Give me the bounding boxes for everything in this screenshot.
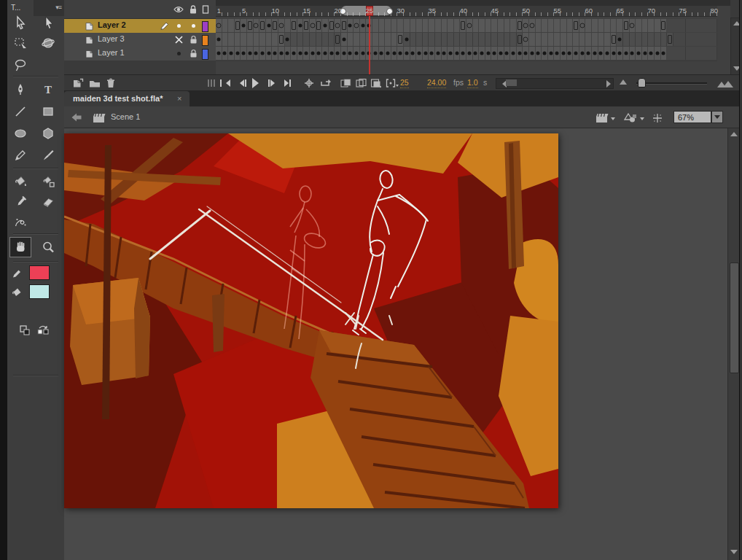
frame-cell[interactable]	[523, 33, 529, 46]
frame-cell[interactable]	[322, 47, 329, 60]
frame-cell[interactable]	[623, 47, 630, 60]
frame-cell[interactable]	[360, 19, 367, 32]
frame-cell[interactable]	[222, 47, 229, 60]
frame-cell[interactable]	[542, 47, 548, 60]
frame-cell[interactable]	[322, 19, 329, 32]
frame-cell[interactable]	[673, 33, 680, 46]
frame-cell[interactable]	[604, 19, 611, 32]
frame-cell[interactable]	[667, 33, 673, 46]
frame-cell[interactable]	[655, 33, 661, 46]
frame-cell[interactable]	[259, 19, 266, 32]
frame-cell[interactable]	[642, 33, 649, 46]
zoom-level-select[interactable]: 67%	[673, 111, 711, 123]
frame-cell[interactable]	[366, 33, 372, 46]
layer-locked-icon[interactable]	[187, 34, 199, 45]
frame-cell[interactable]	[429, 19, 435, 32]
frame-cell[interactable]	[285, 19, 292, 32]
frame-cell[interactable]	[579, 33, 586, 46]
zoom-dropdown-button[interactable]	[711, 111, 723, 123]
frame-cell[interactable]	[341, 33, 348, 46]
frame-cell[interactable]	[498, 47, 504, 60]
frame-cell[interactable]	[661, 33, 668, 46]
frame-cell[interactable]	[554, 47, 561, 60]
frame-cell[interactable]	[548, 47, 555, 60]
frame-cell[interactable]	[435, 19, 442, 32]
frame-cell[interactable]	[554, 33, 561, 46]
frame-cell[interactable]	[372, 47, 379, 60]
black-and-white-button[interactable]	[17, 321, 32, 340]
timeline-horizontal-scrollbar[interactable]	[496, 78, 614, 89]
frame-cell[interactable]	[479, 47, 485, 60]
frame-cell[interactable]	[466, 19, 473, 32]
frame-cell[interactable]	[266, 19, 273, 32]
frame-cell[interactable]	[630, 47, 636, 60]
frame-cell[interactable]	[360, 47, 367, 60]
scroll-up-arrow[interactable]	[730, 132, 738, 136]
line-tool[interactable]	[10, 102, 31, 121]
frame-cell[interactable]	[648, 33, 655, 46]
frame-cell[interactable]	[391, 33, 398, 46]
lock-icon[interactable]	[187, 4, 199, 15]
frame-cell[interactable]	[448, 19, 454, 32]
stroke-color-swatch[interactable]	[29, 265, 50, 280]
frame-cell[interactable]	[297, 47, 304, 60]
frame-cell[interactable]	[454, 47, 461, 60]
frame-cell[interactable]	[404, 19, 410, 32]
deco-tool[interactable]	[10, 213, 31, 232]
frame-cell[interactable]	[617, 19, 623, 32]
ink-bottle-tool[interactable]	[38, 172, 58, 191]
frame-cell[interactable]	[316, 33, 323, 46]
polystar-tool[interactable]	[38, 124, 58, 143]
frame-cell[interactable]	[686, 47, 692, 60]
frame-cell[interactable]	[404, 33, 410, 46]
frame-cell[interactable]	[278, 19, 285, 32]
frame-cell[interactable]	[573, 33, 579, 46]
frame-cell[interactable]	[536, 33, 542, 46]
frame-cell[interactable]	[303, 47, 310, 60]
panel-menu-icon[interactable]: ▾≡	[55, 4, 61, 11]
frame-cell[interactable]	[573, 47, 579, 60]
frame-cell[interactable]	[416, 33, 423, 46]
outline-box-icon[interactable]	[200, 4, 211, 15]
frame-cell[interactable]	[410, 47, 417, 60]
frame-cell[interactable]	[617, 33, 623, 46]
pen-tool[interactable]	[10, 80, 31, 99]
frame-cell[interactable]	[686, 19, 692, 32]
frame-cell[interactable]	[460, 47, 466, 60]
frame-cell[interactable]	[491, 19, 498, 32]
close-tab-icon[interactable]: ×	[177, 94, 181, 103]
frame-cell[interactable]	[372, 33, 379, 46]
frame-cell[interactable]	[460, 33, 466, 46]
frame-cell[interactable]	[278, 33, 285, 46]
frame-cell[interactable]	[435, 33, 442, 46]
frame-cell[interactable]	[491, 33, 498, 46]
frame-cell[interactable]	[379, 33, 386, 46]
swap-colors-button[interactable]	[35, 321, 51, 340]
frame-cell[interactable]	[611, 47, 617, 60]
layer-outline-color-swatch[interactable]	[202, 35, 208, 46]
frame-cell[interactable]	[705, 19, 711, 32]
center-frame-button[interactable]	[303, 77, 315, 89]
frame-cell[interactable]	[536, 47, 542, 60]
frame-cell[interactable]	[254, 47, 260, 60]
frame-cell[interactable]	[278, 47, 285, 60]
frame-cell[interactable]	[529, 33, 536, 46]
frame-cell[interactable]	[523, 47, 529, 60]
zoom-tool[interactable]	[38, 238, 58, 257]
frame-cell[interactable]	[366, 19, 372, 32]
elapsed-time-value[interactable]: 1.0	[467, 78, 478, 88]
frame-cell[interactable]	[329, 47, 335, 60]
frame-cell[interactable]	[642, 19, 649, 32]
timeline-zoom-out-button[interactable]	[620, 79, 627, 85]
eyedropper-tool[interactable]	[10, 192, 31, 211]
frame-cell[interactable]	[291, 33, 297, 46]
frame-cell[interactable]	[473, 47, 480, 60]
free-transform-tool[interactable]	[10, 34, 31, 52]
frame-cell[interactable]	[247, 47, 254, 60]
frame-cell[interactable]	[259, 33, 266, 46]
document-tab[interactable]: maiden 3d test shot.fla* ×	[64, 91, 190, 106]
frame-cell[interactable]	[391, 19, 398, 32]
frame-cell[interactable]	[517, 47, 523, 60]
frame-cell[interactable]	[228, 33, 235, 46]
edit-multiple-frames-button[interactable]	[370, 77, 382, 89]
